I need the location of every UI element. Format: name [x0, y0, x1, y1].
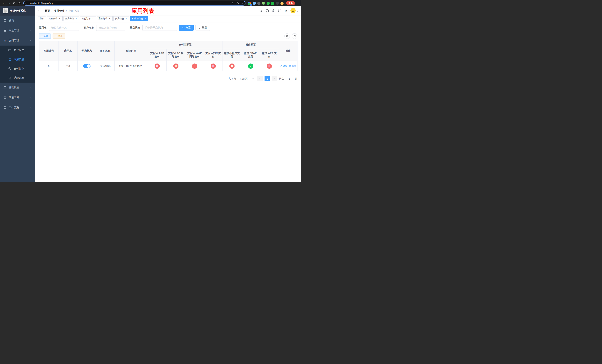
extension-icon-7[interactable] — [276, 2, 279, 5]
page-size-select[interactable]: 10条/页 — [238, 76, 255, 81]
monitor-icon — [3, 86, 7, 89]
search-icon[interactable] — [259, 10, 262, 13]
sidebar-fold-icon[interactable] — [38, 9, 42, 13]
toggle-search-button[interactable] — [284, 33, 290, 39]
sidebar-item-app-info[interactable]: 应用信息 — [0, 55, 35, 64]
search-button[interactable]: 搜索 — [179, 25, 194, 31]
bookmark-star-icon[interactable] — [241, 1, 243, 5]
sidebar-item-payment[interactable]: 支付管理 — [0, 36, 35, 45]
col-header-wx-jsapi: 微信 JSAPI 支付 — [241, 49, 260, 61]
tab-pay-order[interactable]: 支付订单 — [80, 16, 96, 21]
browser-home-icon[interactable] — [17, 1, 22, 6]
address-bar[interactable]: localhost:1024/pay/app — [23, 1, 246, 6]
extension-icon-6[interactable] — [271, 2, 274, 5]
sidebar-item-dev-tools[interactable]: 研发工具 — [0, 93, 35, 103]
sidebar-item-merchant-info[interactable]: 商户信息 — [0, 45, 35, 55]
tab-merchant-info[interactable]: 商户信息 — [113, 16, 129, 21]
extension-icon-4[interactable] — [262, 2, 265, 5]
page-number-1[interactable]: 1 — [265, 76, 270, 81]
close-icon[interactable] — [58, 17, 61, 20]
app-logo[interactable]: 芋道管理系统 — [0, 6, 35, 16]
close-icon[interactable] — [144, 17, 147, 20]
close-icon[interactable] — [92, 17, 94, 20]
password-key-icon[interactable] — [232, 1, 234, 5]
close-icon[interactable] — [108, 17, 111, 20]
help-icon[interactable] — [272, 10, 275, 12]
app-name-input[interactable] — [51, 26, 77, 29]
delete-link[interactable]: 删除 — [289, 65, 296, 68]
site-info-icon[interactable] — [26, 2, 28, 4]
plus-icon — [41, 35, 43, 38]
sidebar-item-workflow[interactable]: 工作流程 — [0, 103, 35, 113]
sidebar-item-label: 商户信息 — [14, 49, 24, 52]
total-count: 共 1 条 — [229, 77, 236, 80]
close-icon[interactable] — [75, 17, 77, 20]
tab-refund-order[interactable]: 退款订单 — [97, 16, 113, 21]
col-header-status: 开启状态 — [77, 41, 96, 61]
extension-icon-1[interactable]: 10 — [248, 2, 251, 5]
sidebar-item-label: 退款订单 — [14, 76, 24, 80]
sidebar-item-infra[interactable]: 基础设施 — [0, 83, 35, 93]
close-icon[interactable] — [125, 17, 128, 20]
prev-page-button[interactable] — [257, 76, 263, 81]
extension-icon-2[interactable] — [253, 2, 256, 5]
user-menu[interactable] — [290, 8, 298, 14]
edit-link[interactable]: 修改 — [280, 65, 287, 68]
github-icon[interactable] — [266, 9, 269, 13]
breadcrumb: 首页 支付管理 应用信息 — [45, 9, 79, 13]
browser-forward-icon[interactable] — [7, 1, 11, 6]
tab-process-form[interactable]: 流程表单 — [47, 16, 63, 21]
merchant-name-input[interactable] — [99, 26, 123, 29]
add-button[interactable]: 新增 — [39, 33, 51, 39]
browser-back-icon[interactable] — [1, 1, 6, 6]
browser-reload-icon[interactable] — [12, 1, 17, 6]
reset-button[interactable]: 重置 — [195, 25, 210, 31]
browser-menu-icon[interactable] — [297, 1, 300, 5]
sidebar-item-system[interactable]: 系统管理 — [0, 26, 35, 36]
fullscreen-icon[interactable] — [278, 10, 281, 12]
box-icon — [3, 106, 7, 109]
tab-home[interactable]: 首页 — [38, 16, 46, 21]
chevron-left-icon — [259, 78, 261, 80]
font-size-icon[interactable] — [284, 9, 287, 13]
browser-update-button[interactable]: 更新 — [286, 1, 295, 5]
share-icon[interactable] — [236, 1, 239, 5]
credit-card-icon — [8, 49, 11, 52]
app-window: 芋道管理系统 首页 系统管理 支 — [0, 6, 301, 182]
refresh-button[interactable] — [292, 33, 297, 39]
sidebar-item-pay-order[interactable]: 支付订单 — [0, 64, 35, 73]
app-table: 应用编号 应用名 开启状态 商户名称 创建时间 支付宝配置 微信配置 操作 支付… — [39, 41, 298, 71]
col-header-wx-lite: 微信小程序支付 — [223, 49, 241, 61]
extensions-row: 10 — [248, 2, 284, 5]
breadcrumb-home[interactable]: 首页 — [45, 9, 54, 13]
col-header-merchant: 商户名称 — [96, 41, 115, 61]
next-page-button[interactable] — [272, 76, 277, 81]
url-text[interactable]: localhost:1024/pay/app — [30, 2, 230, 4]
chevron-up-icon — [30, 40, 32, 42]
status-toggle[interactable] — [83, 64, 91, 68]
main-area: 首页 支付管理 应用信息 应用列表 — [35, 6, 301, 182]
extension-icon-5[interactable] — [267, 2, 270, 5]
col-header-alipay-wap: 支付宝 WAP 网站支付 — [185, 49, 204, 61]
goto-unit: 页 — [295, 77, 297, 80]
sidebar-item-refund-order[interactable]: 退款订单 — [0, 73, 35, 83]
breadcrumb-payment[interactable]: 支付管理 — [54, 9, 68, 13]
status-select[interactable]: 请选择开启状态 — [142, 25, 177, 31]
active-dot — [132, 18, 133, 20]
tab-app-info[interactable]: 应用信息 — [130, 16, 148, 21]
page-content: 应用名 商户名称 开启状态 请选择开启状态 搜索 — [35, 22, 301, 182]
chevron-right-icon — [273, 78, 275, 80]
goto-page-input[interactable] — [286, 76, 293, 81]
alipay-wap-disabled-icon — [192, 64, 197, 69]
chevron-down-icon — [30, 107, 32, 108]
sidebar-item-home[interactable]: 首页 — [0, 16, 35, 26]
export-button[interactable]: 导出 — [53, 33, 65, 39]
extension-icon-3[interactable] — [257, 2, 260, 5]
extension-icon-8[interactable] — [280, 2, 284, 5]
gear-icon — [3, 29, 7, 32]
sidebar-item-label: 应用信息 — [14, 58, 24, 61]
tab-user-group[interactable]: 用户分组 — [64, 16, 79, 21]
caret-down-icon — [297, 10, 298, 11]
col-header-id: 应用编号 — [39, 41, 59, 61]
extension-badge: 10 — [250, 4, 252, 6]
